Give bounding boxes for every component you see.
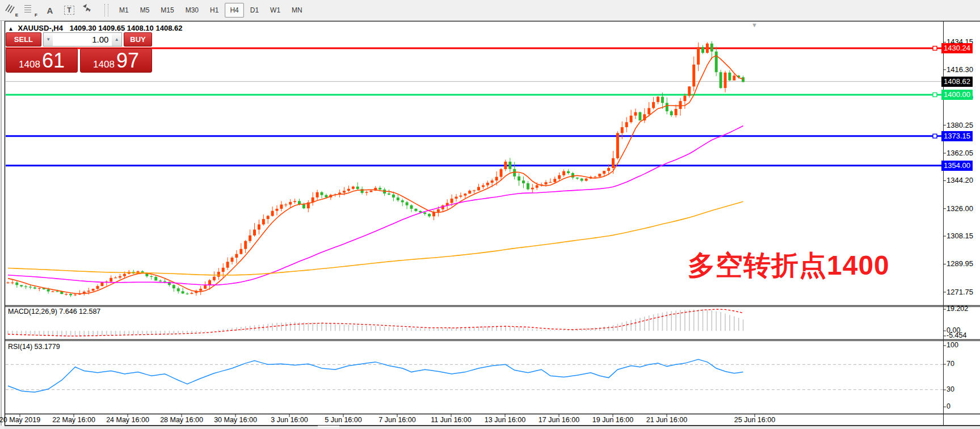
buy-price-prefix: 1408 <box>93 54 115 75</box>
timeframe-M1[interactable]: M1 <box>114 3 134 18</box>
candle-body <box>414 209 417 211</box>
volume-input[interactable] <box>53 32 112 47</box>
candle-body <box>20 285 23 286</box>
arrows-tool[interactable]: ▼ <box>81 2 96 18</box>
timeframe-M5[interactable]: M5 <box>135 3 155 18</box>
level-line-handle <box>933 134 937 138</box>
candle-body <box>571 173 574 178</box>
candle-body <box>262 219 265 225</box>
candle-body <box>558 175 561 179</box>
moving-average-slow <box>8 201 743 275</box>
rsi-indicator-label: RSI(14) 53.1779 <box>8 343 60 351</box>
symbol-expand-icon[interactable]: ▲ <box>8 26 14 32</box>
candle-body <box>293 201 296 202</box>
candle-body <box>369 191 372 192</box>
timeframe-MN[interactable]: MN <box>287 3 308 18</box>
candle-body <box>388 194 390 195</box>
volume-decrease-button[interactable]: ▼ <box>43 32 53 47</box>
textbox-tool[interactable]: T <box>61 2 77 18</box>
candle-body <box>634 112 637 116</box>
candle-body <box>378 188 381 190</box>
timeframe-H4[interactable]: H4 <box>225 3 243 18</box>
candle-body <box>464 194 466 195</box>
candle-body <box>630 116 633 123</box>
price-axis-badge: 1408.62 <box>941 77 973 87</box>
candle-body <box>325 195 327 197</box>
candle-body <box>114 277 117 278</box>
candle-body <box>159 281 162 281</box>
price-axis-badge: 1354.00 <box>941 161 973 171</box>
timeframe-M30[interactable]: M30 <box>180 3 204 18</box>
candle-body <box>437 209 440 212</box>
toolbar-grip <box>104 4 108 16</box>
candle-body <box>302 204 305 208</box>
rsi-tick-label: 100 <box>947 341 958 349</box>
candle-body <box>186 293 189 294</box>
price-tick-label: 1326.00 <box>947 204 973 213</box>
candle-body <box>410 205 413 209</box>
sell-price-display[interactable]: 1408 61 <box>6 48 78 73</box>
one-click-trade-panel: SELL ▼ ▲ BUY 1408 61 1408 97 <box>6 32 152 73</box>
candle-body <box>217 272 220 277</box>
timeframe-M15[interactable]: M15 <box>155 3 179 18</box>
buy-price-display[interactable]: 1408 97 <box>80 48 152 73</box>
timeframe-W1[interactable]: W1 <box>265 3 285 18</box>
candle-body <box>7 283 10 283</box>
candle-body <box>352 187 355 189</box>
candle-body <box>11 283 14 283</box>
candle-body <box>581 179 583 181</box>
candle-body <box>491 180 494 183</box>
candle-body <box>154 277 157 281</box>
chart-shift-marker-icon[interactable]: ▼ <box>751 22 758 28</box>
timeframe-group: M1M5M15M30H1H4D1W1MN <box>113 3 308 18</box>
bottom-strip <box>0 426 980 429</box>
bottom-window-edge <box>5 426 318 429</box>
candle-body <box>495 177 498 180</box>
quote-header: ▲ XAUUSD-,H4 1409.30 1409.65 1408.10 140… <box>8 24 182 32</box>
candle-body <box>47 289 50 292</box>
date-tick-label: 21 Jun 16:00 <box>638 416 695 424</box>
candle-body <box>33 288 36 289</box>
sell-price-digits: 61 <box>42 50 65 72</box>
date-tick-label: 7 Jun 16:00 <box>369 416 426 424</box>
grid-tool-letter: F <box>35 12 37 18</box>
timeframe-D1[interactable]: D1 <box>245 3 264 18</box>
price-tick-label: 1380.25 <box>947 121 973 129</box>
main-toolbar: E F A T ▼ M1M5 <box>0 0 980 21</box>
candle-body <box>625 122 628 127</box>
candle-body <box>226 262 229 267</box>
candle-body <box>742 77 745 82</box>
candle-body <box>482 186 485 187</box>
candle-body <box>267 216 270 219</box>
trading-platform-window: E F A T ▼ M1M5 <box>0 0 980 429</box>
candle-body <box>697 47 700 65</box>
grid-tool-icon[interactable]: F <box>23 2 39 18</box>
date-tick-label: 11 Jun 16:00 <box>423 416 480 424</box>
date-tick-label: 17 Jun 16:00 <box>531 416 587 424</box>
moving-average-mid <box>8 126 743 285</box>
candle-body <box>675 109 678 115</box>
macd-signal-line <box>8 309 743 336</box>
candle-body <box>688 86 691 95</box>
candle-body <box>87 291 90 292</box>
bottom-window-edge <box>339 426 980 429</box>
timeframe-H1[interactable]: H1 <box>205 3 224 18</box>
price-tick-label: 1416.30 <box>947 65 973 74</box>
date-tick-label: 3 Jun 16:00 <box>261 416 318 424</box>
candle-body <box>284 204 287 205</box>
candle-body <box>235 254 238 258</box>
candle-body <box>406 202 409 205</box>
candle-body <box>24 287 27 287</box>
macd-tick-label: 19.202 <box>947 305 968 313</box>
sell-button[interactable]: SELL <box>6 32 41 47</box>
candle-body <box>96 286 99 289</box>
candle-body <box>486 183 489 186</box>
candle-body <box>289 202 292 205</box>
candle-body <box>356 187 359 189</box>
candle-body <box>92 289 95 291</box>
volume-increase-button[interactable]: ▲ <box>112 32 122 47</box>
hatch-tool-icon[interactable]: E <box>3 2 19 18</box>
text-label-tool[interactable]: A <box>42 2 58 18</box>
candle-body <box>553 179 556 182</box>
buy-button[interactable]: BUY <box>124 32 152 47</box>
